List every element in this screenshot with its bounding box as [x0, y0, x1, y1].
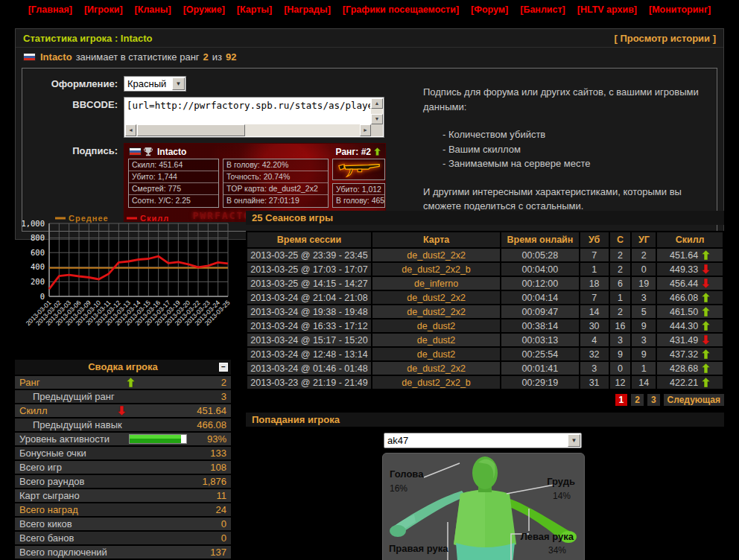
trend-down-icon: [702, 264, 710, 274]
theme-select[interactable]: Красный ▼: [124, 76, 186, 92]
session-map[interactable]: de_dust2_2x2: [372, 361, 501, 375]
summary-middle: [110, 434, 207, 444]
right-column: 25 Сеансов игры Время сессииКартаВремя о…: [246, 211, 724, 560]
session-map[interactable]: de_dust2: [372, 333, 501, 347]
nav-link[interactable]: [Банлист]: [520, 4, 565, 15]
svg-text:Скилл: Скилл: [140, 214, 169, 223]
session-kills: 7: [580, 290, 609, 305]
bbcode-vertical-scrollbar[interactable]: ▲ ▼: [371, 98, 383, 124]
session-deaths: 9: [609, 347, 632, 361]
session-skill: 449.33: [656, 262, 723, 276]
trend-up-icon: [702, 363, 710, 373]
bbcode-value[interactable]: [url=http://pwrfactory.spb.ru/stats/as/p…: [127, 100, 370, 113]
sessions-col-header: С: [609, 232, 632, 248]
session-map[interactable]: de_dust2: [372, 347, 501, 361]
nav-link[interactable]: [Мониторинг]: [649, 4, 711, 15]
nav-link[interactable]: [Оружие]: [183, 4, 225, 15]
summary-label[interactable]: Скилл: [19, 405, 48, 416]
session-hs: 5: [631, 305, 656, 319]
summary-label[interactable]: Ранг: [19, 377, 39, 388]
signature-form-left: Оформление: Красный ▼ BBCODE: [url=http:…: [28, 76, 407, 222]
weapon-stat: В голову: 465: [333, 195, 384, 206]
page-button[interactable]: 2: [631, 394, 644, 406]
session-time: 2013-03-24 @ 12:48 - 13:14: [247, 347, 372, 361]
session-map[interactable]: de_dust2_2x2: [372, 290, 501, 305]
summary-row: Всего игр108: [15, 461, 231, 474]
session-row: 2013-03-24 @ 01:46 - 01:48de_dust2_2x200…: [247, 361, 723, 375]
summary-label: Всего игр: [19, 462, 62, 473]
player-summary-panel: Сводка игрока − Ранг2Предыдущий ранг3Ски…: [15, 360, 231, 559]
summary-label: Всего раундов: [19, 476, 84, 487]
bbcode-field[interactable]: [url=http://pwrfactory.spb.ru/stats/as/p…: [124, 97, 384, 138]
sessions-col-header: Уб: [580, 232, 609, 248]
nav-link[interactable]: [Форум]: [471, 4, 508, 15]
trend-down-icon: [702, 279, 710, 288]
session-skill: 444.30: [656, 319, 723, 333]
session-time: 2013-03-25 @ 14:15 - 14:27: [247, 276, 372, 290]
signature-stats-middle: В голову: 42.20%Точность: 20.74%TOP карт…: [223, 159, 329, 208]
summary-label: Всего банов: [19, 532, 74, 544]
summary-row: Уровень активности93%: [15, 433, 231, 445]
session-map[interactable]: de_dust2_2x2_b: [372, 375, 501, 389]
session-hs: 9: [631, 319, 656, 333]
scroll-right-icon[interactable]: ►: [360, 124, 371, 136]
session-map[interactable]: de_dust2_2x2: [372, 248, 501, 262]
scrollbar-thumb[interactable]: [137, 124, 245, 136]
player-name-link[interactable]: Intacto: [40, 51, 72, 63]
weapon-select[interactable]: ak47 ▼: [384, 433, 582, 448]
session-map[interactable]: de_inferno: [372, 276, 501, 290]
nav-link[interactable]: [Награды]: [284, 4, 331, 15]
nav-link[interactable]: [HLTV архив]: [577, 4, 637, 15]
session-hs: 19: [631, 276, 656, 290]
scroll-down-icon[interactable]: ▼: [371, 114, 383, 124]
nav-link[interactable]: [Игроки]: [84, 4, 123, 15]
session-map[interactable]: de_dust2_2x2: [372, 305, 501, 319]
nav-link[interactable]: [Графики посещаемости]: [343, 4, 459, 15]
session-map[interactable]: de_dust2: [372, 319, 501, 333]
summary-label[interactable]: Всего наград: [19, 504, 78, 515]
summary-value: 137: [210, 547, 226, 558]
summary-value: 11: [217, 490, 227, 501]
session-row: 2013-03-24 @ 19:38 - 19:48de_dust2_2x200…: [247, 305, 723, 319]
signature-stat: В голову: 42.20%: [223, 159, 328, 171]
rank-value: 2: [203, 51, 209, 63]
session-deaths: 16: [609, 319, 632, 333]
session-deaths: 3: [609, 333, 632, 347]
session-row: 2013-03-25 @ 14:15 - 14:27de_inferno00:1…: [247, 276, 723, 290]
summary-value: 0: [221, 532, 226, 544]
scroll-left-icon[interactable]: ◄: [125, 124, 136, 136]
trophy-icon: [143, 147, 153, 157]
summary-label: Предыдущий ранг: [19, 391, 115, 402]
summary-value: 24: [216, 504, 226, 515]
session-kills: 31: [580, 375, 609, 389]
page-button-current[interactable]: 1: [615, 394, 628, 406]
bbcode-horizontal-scrollbar[interactable]: ◄ ►: [125, 124, 371, 136]
nav-link[interactable]: [Главная]: [28, 4, 72, 15]
page-button[interactable]: 3: [647, 394, 660, 406]
summary-value: 1,876: [202, 476, 226, 487]
top-weapon-image: [332, 159, 385, 180]
nav-link[interactable]: [Кланы]: [135, 4, 171, 15]
chevron-down-icon[interactable]: ▼: [568, 434, 580, 447]
history-link[interactable]: [ Просмотр истории ]: [615, 33, 716, 44]
signature-stat: TOP карта: de_dust2_2x2: [223, 183, 328, 195]
collapse-icon[interactable]: −: [219, 363, 228, 372]
session-deaths: 0: [609, 361, 632, 375]
session-deaths: 12: [609, 375, 632, 389]
session-row: 2013-03-24 @ 16:33 - 17:12de_dust200:38:…: [247, 319, 723, 333]
session-skill: 431.49: [656, 333, 723, 347]
nav-link[interactable]: [Карты]: [237, 4, 272, 15]
svg-text:600: 600: [31, 248, 45, 257]
chevron-down-icon[interactable]: ▼: [172, 77, 185, 90]
signature-label: Подпись:: [28, 143, 124, 222]
next-page-button[interactable]: Следующая: [664, 394, 724, 406]
session-map[interactable]: de_dust2_2x2_b: [372, 262, 501, 276]
session-hs: 14: [631, 375, 656, 389]
rank-total: 92: [226, 51, 236, 63]
signature-stat: Смертей: 775: [129, 183, 218, 195]
hit-label-right-arm: Правая рука: [389, 543, 448, 554]
session-skill: 456.44: [656, 276, 723, 290]
scroll-up-icon[interactable]: ▲: [371, 98, 383, 109]
signature-stat: В онлайне: 27:01:19: [223, 195, 328, 207]
info-line2: И другими интересными характеристиками, …: [423, 185, 706, 214]
